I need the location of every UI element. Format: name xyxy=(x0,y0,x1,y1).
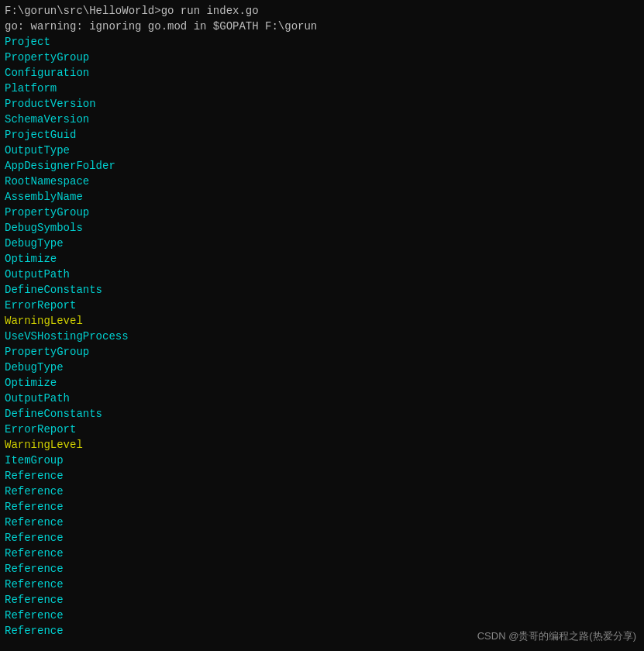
watermark: CSDN @贵哥的编程之路(热爱分享) xyxy=(477,629,636,643)
terminal-line: UseVSHostingProcess xyxy=(5,329,639,344)
terminal-line: Reference xyxy=(5,592,639,608)
terminal-line: Reference xyxy=(5,577,639,592)
terminal-line: Reference xyxy=(5,608,639,623)
terminal-line: ErrorReport xyxy=(5,298,639,313)
terminal-line: Reference xyxy=(5,530,639,546)
terminal-line: PropertyGroup xyxy=(5,344,639,360)
terminal-line: Platform xyxy=(5,81,639,96)
terminal-line: ProjectGuid xyxy=(5,127,639,143)
terminal-line: OutputPath xyxy=(5,391,639,406)
terminal-line: OutputType xyxy=(5,143,639,158)
terminal-line: go: warning: ignoring go.mod in $GOPATH … xyxy=(5,19,639,34)
terminal-line: Reference xyxy=(5,499,639,515)
terminal-line: Optimize xyxy=(5,375,639,391)
terminal-line: PropertyGroup xyxy=(5,205,639,220)
terminal-line: Reference xyxy=(5,561,639,577)
terminal-line: OutputPath xyxy=(5,267,639,282)
terminal-line: Configuration xyxy=(5,65,639,81)
terminal-line: DebugSymbols xyxy=(5,220,639,236)
terminal-line: DebugType xyxy=(5,360,639,375)
terminal-line: WarningLevel xyxy=(5,313,639,329)
terminal-line: Reference xyxy=(5,484,639,499)
terminal-line: Reference xyxy=(5,468,639,484)
terminal-line: DefineConstants xyxy=(5,282,639,298)
terminal-line: AppDesignerFolder xyxy=(5,158,639,174)
terminal-line: SchemaVersion xyxy=(5,112,639,127)
terminal-line: PropertyGroup xyxy=(5,50,639,65)
terminal-line: AssemblyName xyxy=(5,189,639,205)
terminal-line: ItemGroup xyxy=(5,453,639,468)
terminal-line: Project xyxy=(5,34,639,50)
terminal-line: ErrorReport xyxy=(5,422,639,437)
terminal-line: ProductVersion xyxy=(5,96,639,112)
terminal-line: Reference xyxy=(5,546,639,561)
terminal-line: DebugType xyxy=(5,236,639,251)
terminal-line: DefineConstants xyxy=(5,406,639,422)
terminal-line: Optimize xyxy=(5,251,639,267)
terminal-line: F:\gorun\src\HelloWorld>go run index.go xyxy=(5,3,639,19)
terminal-line: RootNamespace xyxy=(5,174,639,189)
terminal-window: F:\gorun\src\HelloWorld>go run index.gog… xyxy=(0,0,644,651)
terminal-line: WarningLevel xyxy=(5,437,639,453)
terminal-line: Reference xyxy=(5,515,639,530)
